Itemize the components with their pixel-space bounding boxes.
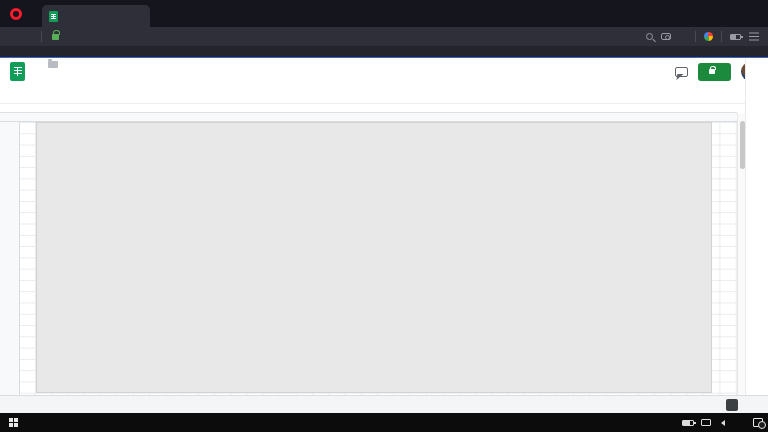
system-tray <box>675 418 768 427</box>
tray-display-icon[interactable] <box>701 419 711 426</box>
chart-canvas <box>37 123 713 394</box>
tray-speaker-icon[interactable] <box>718 420 725 426</box>
column-headers <box>0 113 737 122</box>
snapshot-icon[interactable] <box>661 33 671 40</box>
browser-tab[interactable] <box>42 5 150 27</box>
scrollbar-thumb[interactable] <box>740 121 745 169</box>
vertical-scrollbar[interactable] <box>737 113 745 395</box>
sheet-tab-strip <box>0 395 768 413</box>
explore-button[interactable] <box>726 399 738 411</box>
share-lock-icon <box>709 69 715 74</box>
opera-logo-icon <box>10 8 22 20</box>
sheets-logo-icon[interactable] <box>10 62 25 81</box>
comments-icon[interactable] <box>675 67 688 77</box>
workspace-side-panel <box>745 58 768 413</box>
tray-battery-icon[interactable] <box>682 420 694 426</box>
browser-titlebar <box>0 0 768 27</box>
divider <box>695 31 696 42</box>
opera-menu-button[interactable] <box>0 0 37 27</box>
bookmarks-bar <box>0 46 768 58</box>
start-button[interactable] <box>0 413 26 432</box>
tune-icon[interactable] <box>749 36 759 38</box>
notification-badge <box>758 421 766 429</box>
battery-saver-icon[interactable] <box>730 34 741 40</box>
divider <box>41 31 42 42</box>
lock-icon[interactable] <box>52 34 59 40</box>
move-folder-icon[interactable] <box>48 61 58 68</box>
share-button[interactable] <box>698 63 731 81</box>
sheets-toolbar <box>0 85 768 104</box>
formula-bar[interactable] <box>0 104 737 113</box>
sheets-header <box>0 58 768 85</box>
windows-logo-icon <box>9 418 18 427</box>
extension-icon[interactable] <box>704 32 713 41</box>
windows-taskbar <box>0 413 768 432</box>
sheets-favicon <box>49 11 58 22</box>
row-headers <box>0 122 20 395</box>
embedded-chart[interactable] <box>36 122 712 393</box>
address-bar <box>0 27 768 46</box>
action-center-icon[interactable] <box>753 418 763 427</box>
divider <box>721 31 722 42</box>
search-icon[interactable] <box>646 33 653 40</box>
